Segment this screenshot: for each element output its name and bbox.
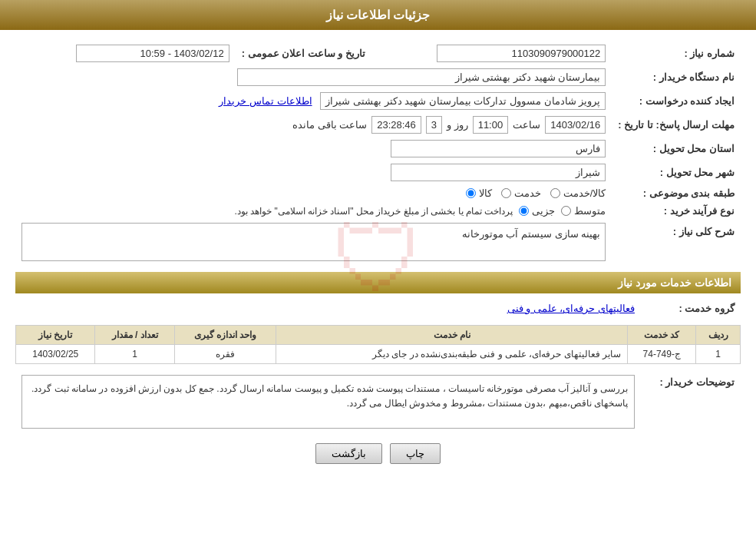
radio-khadamat[interactable]: خدمت xyxy=(501,187,541,199)
tarikh-label: تاریخ و ساعت اعلان عمومی : xyxy=(236,41,371,65)
noefarayand-label: نوع فرآیند خرید : xyxy=(612,202,741,220)
radio-mottavasset-label: متوسط xyxy=(574,205,606,217)
button-row: چاپ بازگشت xyxy=(15,443,741,475)
btn-chap[interactable]: چاپ xyxy=(390,443,441,464)
radio-jozii-label: جزیی xyxy=(532,205,555,217)
ijad-box: پرویز شادمان مسوول تدارکات بیمارستان شهی… xyxy=(320,92,606,110)
tavazihat-label: توضیحات خریدار : xyxy=(641,372,741,432)
page-header: جزئیات اطلاعات نیاز xyxy=(0,0,756,30)
radio-kala-khadamat-input[interactable] xyxy=(550,188,560,198)
radio-khadamat-input[interactable] xyxy=(501,188,511,198)
shahr-label: شهر محل تحویل : xyxy=(612,161,741,184)
tabaqe-value: کالا/خدمت خدمت کالا xyxy=(15,184,612,202)
noefarayand-value: متوسط جزیی پرداخت تمام یا بخشی از مبلغ خ… xyxy=(15,202,612,220)
nam-dastgah-value: بیمارستان شهید دکتر بهشتی شیراز xyxy=(15,65,612,89)
mohlat-baqi-label: ساعت باقی مانده xyxy=(292,119,367,131)
th-vahed: واحد اندازه گیری xyxy=(174,326,276,345)
radio-jozii[interactable]: جزیی xyxy=(519,205,555,217)
ijad-label: ایجاد کننده درخواست : xyxy=(612,89,741,113)
th-radif: ردیف xyxy=(696,326,741,345)
mohlat-baqi-box: 23:28:46 xyxy=(371,116,421,134)
nam-dastgah-label: نام دستگاه خریدار : xyxy=(612,65,741,89)
ostan-box: فارس xyxy=(391,140,606,157)
ostan-value: فارس xyxy=(15,137,612,161)
radio-mottavasset[interactable]: متوسط xyxy=(561,205,606,217)
shomare-niaz-label: شماره نیاز : xyxy=(612,41,741,65)
radio-kala-label: کالا xyxy=(479,187,492,199)
mohlat-saat-box: 11:00 xyxy=(473,116,509,134)
radio-khadamat-label: خدمت xyxy=(514,187,541,199)
shomare-niaz-value: 1103090979000122 xyxy=(371,41,612,65)
mohlat-label: مهلت ارسال پاسخ: تا تاریخ : xyxy=(612,113,741,137)
th-kod: کد خدمت xyxy=(628,326,696,345)
sharh-label: شرح کلی نیاز : xyxy=(612,220,741,264)
shahr-box: شیراز xyxy=(391,164,606,181)
tavazihat-value: بررسی و آنالیز آب مصرفی موتورخانه تاسیسا… xyxy=(15,372,641,432)
page-title: جزئیات اطلاعات نیاز xyxy=(326,8,431,22)
khadamat-header: اطلاعات خدمات مورد نیاز xyxy=(15,272,741,293)
tarikh-box: 1403/02/12 - 10:59 xyxy=(76,45,229,62)
info-table: شماره نیاز : 1103090979000122 تاریخ و سا… xyxy=(15,41,741,264)
radio-jozii-input[interactable] xyxy=(519,206,529,216)
mohlat-rooz-box: 3 xyxy=(426,116,442,134)
page-container: جزئیات اطلاعات نیاز 🛡 شماره نیاز : 11030… xyxy=(0,0,756,540)
radio-kala-input[interactable] xyxy=(466,188,476,198)
sharh-value: بهینه سازی سیستم آب موتورخانه xyxy=(15,220,612,264)
noefarayand-note: پرداخت تمام یا بخشی از مبلغ خریداز محل "… xyxy=(234,206,513,217)
cell-vahed: فقره xyxy=(174,345,276,364)
radio-kala-khadamat-label: کالا/خدمت xyxy=(563,187,606,199)
grohe-table: گروه خدمت : فعالیتهای حرفه‌ای، علمی و فن… xyxy=(15,300,741,317)
radio-kala-khadamat[interactable]: کالا/خدمت xyxy=(550,187,606,199)
cell-tedad: 1 xyxy=(95,345,174,364)
ostan-label: استان محل تحویل : xyxy=(612,137,741,161)
grohe-box[interactable]: فعالیتهای حرفه‌ای، علمی و فنی xyxy=(507,303,635,314)
mohlat-date-box: 1403/02/16 xyxy=(545,116,606,134)
content-area: 🛡 شماره نیاز : 1103090979000122 تاریخ و … xyxy=(0,30,756,487)
tavazihat-box: بررسی و آنالیز آب مصرفی موتورخانه تاسیسا… xyxy=(21,375,635,429)
tavazihat-table: توضیحات خریدار : بررسی و آنالیز آب مصرفی… xyxy=(15,372,741,432)
cell-nam: سایر فعالیتهای حرفه‌ای، علمی و فنی طبقه‌… xyxy=(276,345,628,364)
cell-kod: ج-749-74 xyxy=(628,345,696,364)
table-row: 1 ج-749-74 سایر فعالیتهای حرفه‌ای، علمی … xyxy=(16,345,741,364)
mohlat-rooz-label: روز و xyxy=(447,119,468,131)
radio-kala[interactable]: کالا xyxy=(466,187,492,199)
th-nam: نام خدمت xyxy=(276,326,628,345)
tarikh-value: 1403/02/12 - 10:59 xyxy=(15,41,236,65)
mohlat-saat-label: ساعت xyxy=(513,119,540,131)
ijad-value: پرویز شادمان مسوول تدارکات بیمارستان شهی… xyxy=(15,89,612,113)
radio-mottavasset-input[interactable] xyxy=(561,206,571,216)
mohlat-value: 1403/02/16 ساعت 11:00 روز و 3 23:28:46 س… xyxy=(15,113,612,137)
shomare-niaz-box: 1103090979000122 xyxy=(437,45,606,62)
th-tedad: تعداد / مقدار xyxy=(95,326,174,345)
cell-radif: 1 xyxy=(696,345,741,364)
th-tarikh: تاریخ نیاز xyxy=(16,326,95,345)
tabaqe-label: طبقه بندی موضوعی : xyxy=(612,184,741,202)
cell-tarikh: 1403/02/25 xyxy=(16,345,95,364)
shahr-value: شیراز xyxy=(15,161,612,184)
btn-bazgasht[interactable]: بازگشت xyxy=(315,443,382,464)
grohe-label: گروه خدمت : xyxy=(641,300,741,317)
tamas-kharidar-link[interactable]: اطلاعات تماس خریدار xyxy=(219,95,312,107)
services-table: ردیف کد خدمت نام خدمت واحد اندازه گیری ت… xyxy=(15,325,741,364)
grohe-value: فعالیتهای حرفه‌ای، علمی و فنی xyxy=(15,300,641,317)
nam-dastgah-box: بیمارستان شهید دکتر بهشتی شیراز xyxy=(237,68,606,86)
sharh-box: بهینه سازی سیستم آب موتورخانه xyxy=(21,223,606,261)
